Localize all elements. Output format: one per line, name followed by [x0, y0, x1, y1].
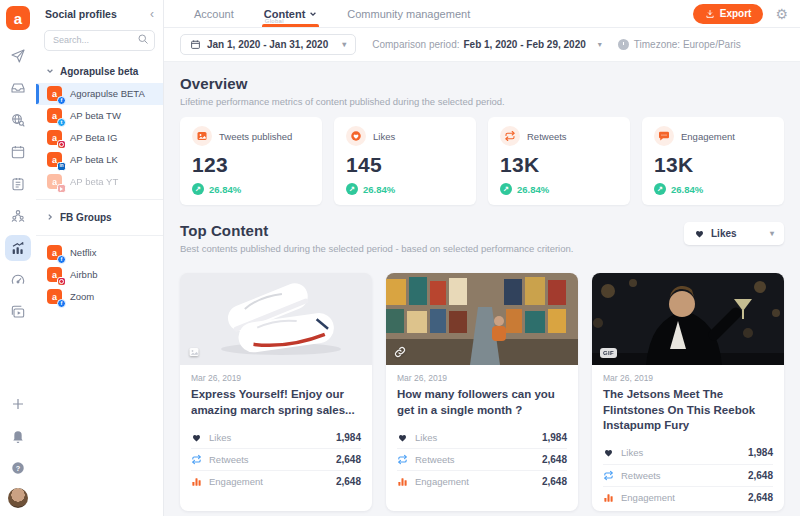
calendar-icon[interactable]: [5, 139, 31, 165]
tab-account[interactable]: Account: [194, 0, 234, 27]
comparison-period-dropdown[interactable]: Comparison period: Feb 1, 2020 - Feb 29,…: [372, 39, 602, 50]
stat-retweets: Retweets 2,648: [191, 448, 361, 470]
sidebar-item-zoom[interactable]: af Zoom: [36, 286, 163, 308]
metric-change: ↗26.84%: [500, 183, 618, 195]
sidebar-item-airbnb[interactable]: a Airbnb: [36, 264, 163, 286]
heart-icon: [603, 447, 614, 458]
overview-title: Overview: [180, 75, 784, 92]
chevron-right-icon: [46, 213, 54, 221]
queue-icon[interactable]: [5, 171, 31, 197]
reports-icon[interactable]: [5, 235, 31, 261]
profile-avatar: af: [47, 86, 62, 101]
stat-engagement: Engagement 2,648: [191, 470, 361, 492]
bar-chart-icon: [397, 476, 408, 487]
notifications-icon[interactable]: [5, 423, 31, 449]
trend-up-icon: ↗: [654, 183, 666, 195]
main-area: Account Content Global Community managem…: [164, 0, 800, 516]
publish-icon[interactable]: [5, 43, 31, 69]
heart-icon: [191, 432, 202, 443]
card-image: [386, 273, 578, 365]
sidebar-item-ap-beta-ig[interactable]: a AP Beta IG: [36, 127, 163, 149]
profile-label: AP beta LK: [70, 154, 118, 165]
retweet-icon: [397, 454, 408, 465]
retweet-icon: [500, 126, 520, 146]
date-range-picker[interactable]: Jan 1, 2020 - Jan 31, 2020 ▾: [180, 34, 356, 55]
agorapulse-logo[interactable]: a: [6, 6, 30, 30]
divider: [36, 235, 163, 236]
profile-label: AP beta YT: [70, 176, 118, 187]
profile-label: AP Beta IG: [70, 132, 117, 143]
sidebar-item-ap-beta-tw[interactable]: at AP beta TW: [36, 105, 163, 127]
profile-avatar: a: [47, 130, 62, 145]
retweet-icon: [603, 470, 614, 481]
divider: [36, 199, 163, 200]
metric-card-likes: Likes 145 ↗26.84%: [334, 117, 476, 205]
metric-change: ↗26.84%: [192, 183, 310, 195]
top-content-title: Top Content: [180, 222, 573, 239]
youtube-badge-icon: [57, 184, 66, 193]
stat-engagement: Engagement 2,648: [397, 470, 567, 492]
metric-value: 145: [346, 153, 464, 177]
filter-bar: Jan 1, 2020 - Jan 31, 2020 ▾ Comparison …: [164, 28, 800, 62]
trend-up-icon: ↗: [192, 183, 204, 195]
stat-likes: Likes 1,984: [603, 442, 773, 464]
stat-likes: Likes 1,984: [191, 426, 361, 448]
metric-card-engagement: Engagement 13K ↗26.84%: [642, 117, 784, 205]
profile-label: Agorapulse BETA: [70, 88, 145, 99]
heart-icon: [346, 126, 366, 146]
profile-avatar: at: [47, 108, 62, 123]
metric-label: Engagement: [681, 131, 735, 142]
content-card-jetsons[interactable]: GIF Mar 26, 2019 The Jetsons Meet The Fl…: [592, 273, 784, 511]
gear-icon[interactable]: ⚙: [775, 7, 788, 21]
profile-label: Netflix: [70, 247, 96, 258]
facebook-badge-icon: f: [57, 299, 66, 308]
sidebar-item-ap-beta-lk[interactable]: ain AP beta LK: [36, 149, 163, 171]
stat-retweets: Retweets 2,648: [397, 448, 567, 470]
help-icon[interactable]: ?: [5, 455, 31, 481]
profile-avatar: a: [47, 267, 62, 282]
social-profiles-sidebar: Social profiles ‹ Agorapulse beta af Ago…: [36, 0, 164, 516]
chevron-down-icon: ▾: [770, 229, 774, 238]
photo-icon: [192, 126, 212, 146]
listening-icon[interactable]: [5, 107, 31, 133]
card-title: Express Yourself! Enjoy our amazing marc…: [191, 387, 361, 418]
fans-icon[interactable]: [5, 203, 31, 229]
svg-text:?: ?: [16, 464, 21, 473]
overview-subtitle: Lifetime performance metrics of content …: [180, 96, 784, 107]
sidebar-item-netflix[interactable]: af Netflix: [36, 242, 163, 264]
tab-community-management[interactable]: Community management: [347, 0, 470, 27]
group-label: Agorapulse beta: [60, 66, 138, 77]
metric-label: Tweets published: [219, 131, 292, 142]
tab-content[interactable]: Content Global: [264, 0, 318, 27]
metric-card-tweets-published: Tweets published 123 ↗26.84%: [180, 117, 322, 205]
sidebar-group-agorapulse-beta[interactable]: Agorapulse beta: [36, 60, 163, 83]
sort-criterion-dropdown[interactable]: Likes ▾: [684, 222, 784, 245]
add-icon[interactable]: [5, 391, 31, 417]
heart-icon: [397, 432, 408, 443]
profile-avatar: af: [47, 245, 62, 260]
search-icon: [137, 33, 149, 45]
calendar-icon: [190, 39, 201, 50]
inbox-icon[interactable]: [5, 75, 31, 101]
sidebar-item-ap-beta-yt[interactable]: a AP beta YT: [36, 171, 163, 193]
content-card-followers[interactable]: Mar 26, 2019 How many followers can you …: [386, 273, 578, 511]
top-nav: Account Content Global Community managem…: [164, 0, 800, 28]
profile-avatar: af: [47, 289, 62, 304]
chevron-down-icon: [309, 10, 317, 18]
dashboard-icon[interactable]: [5, 267, 31, 293]
content-card-sneakers[interactable]: Mar 26, 2019 Express Yourself! Enjoy our…: [180, 273, 372, 511]
sidebar-group-fb-groups[interactable]: FB Groups: [36, 206, 163, 229]
chevron-down-icon: [46, 67, 54, 75]
user-avatar[interactable]: [8, 488, 28, 508]
export-button[interactable]: Export: [693, 4, 764, 24]
profile-label: Zoom: [70, 291, 94, 302]
card-date: Mar 26, 2019: [603, 373, 773, 383]
profile-avatar: a: [47, 174, 62, 189]
profile-label: Airbnb: [70, 269, 97, 280]
chevron-down-icon: ▾: [342, 40, 346, 49]
library-icon[interactable]: [5, 299, 31, 325]
collapse-sidebar-icon[interactable]: ‹: [150, 8, 154, 20]
sidebar-item-agorapulse-beta[interactable]: af Agorapulse BETA: [36, 83, 163, 105]
metric-label: Retweets: [527, 131, 567, 142]
bar-chart-icon: [191, 476, 202, 487]
